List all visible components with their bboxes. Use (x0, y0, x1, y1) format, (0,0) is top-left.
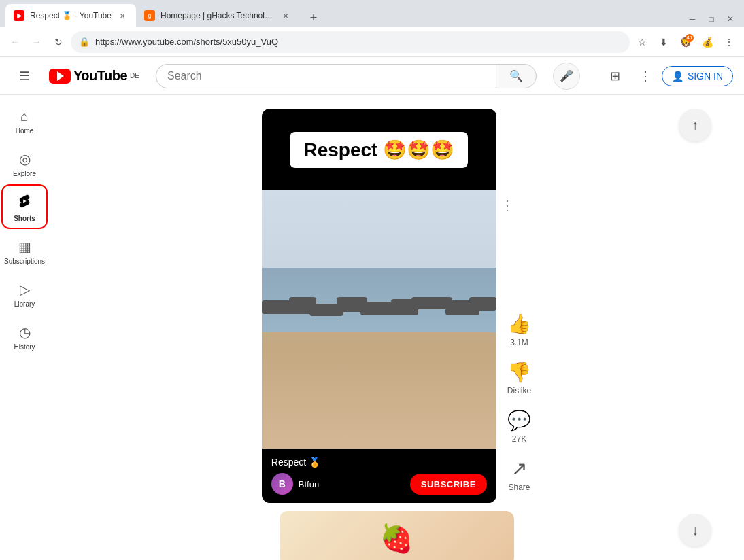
tab-youtube[interactable]: ▶ Respect 🏅 - YouTube ✕ (5, 4, 136, 27)
tab-favicon-ghacks: g (144, 10, 155, 21)
apps-button[interactable]: ⊞ (602, 63, 629, 90)
short-title-text: Respect 🤩🤩🤩 (303, 139, 454, 160)
tab-favicon-youtube: ▶ (14, 10, 24, 21)
youtube-logo-text: YouTube (73, 68, 127, 84)
short-video-wrapper: Respect 🤩🤩🤩 (262, 109, 531, 503)
library-icon: ▷ (20, 281, 30, 298)
share-action[interactable]: ↗ Share (508, 457, 530, 492)
mic-button[interactable]: 🎤 (553, 63, 580, 90)
minimize-button[interactable]: ─ (684, 11, 700, 27)
youtube-logo[interactable]: YouTube DE (49, 68, 139, 84)
tab-title-youtube: Respect 🏅 - YouTube (30, 11, 112, 20)
sidebar-item-home[interactable]: ⌂ Home (3, 101, 46, 140)
browser-actions: ☆ ⬇ 🦁 41 💰 ⋮ (632, 33, 739, 52)
scroll-up-button[interactable]: ↑ (679, 109, 711, 141)
avatar-initial: B (279, 478, 286, 489)
search-button[interactable]: 🔍 (496, 64, 537, 88)
dislike-action[interactable]: 👎 Dislike (507, 361, 531, 396)
youtube-logo-country: DE (130, 72, 139, 80)
sidebar-label-history: History (14, 343, 35, 351)
like-icon: 👍 (507, 313, 531, 335)
download-button[interactable]: ⬇ (654, 33, 673, 52)
comments-icon: 💬 (507, 409, 531, 432)
youtube-logo-icon (49, 69, 71, 84)
new-tab-button[interactable]: + (302, 8, 325, 27)
sidebar-item-explore[interactable]: ◎ Explore (3, 143, 46, 183)
explore-icon: ◎ (19, 151, 31, 167)
next-short-preview[interactable]: 🍓 (280, 511, 514, 560)
channel-name: Btfun (299, 479, 319, 489)
youtube-body: ⌂ Home ◎ Explore Shorts ▦ Subscriptions … (0, 95, 744, 560)
short-beach (262, 190, 496, 449)
short-actions: 👍 3.1M 👎 Dislike 💬 27K ↗ (507, 109, 531, 492)
menu-button[interactable]: ⋮ (720, 33, 739, 52)
close-button[interactable]: ✕ (722, 11, 739, 27)
tab-ghacks[interactable]: g Homepage | gHacks Technology News ✕ (136, 4, 299, 27)
scroll-down-button[interactable]: ↓ (679, 514, 711, 546)
sidebar-item-subscriptions[interactable]: ▦ Subscriptions (3, 230, 46, 270)
tab-close-ghacks[interactable]: ✕ (280, 10, 291, 21)
sign-in-button[interactable]: 👤 SIGN IN (662, 66, 733, 86)
dislike-icon: 👎 (507, 361, 531, 383)
sidebar-label-shorts: Shorts (14, 215, 35, 222)
short-bottom-overlay: Respect 🏅 B Btfun SUBSCRIBE (262, 449, 496, 503)
sidebar-label-subscriptions: Subscriptions (4, 258, 45, 265)
forward-button[interactable]: → (27, 33, 46, 52)
like-count: 3.1M (510, 338, 528, 347)
history-icon: ◷ (19, 324, 31, 340)
bookmark-button[interactable]: ☆ (632, 33, 652, 52)
short-black-top: Respect 🤩🤩🤩 (262, 109, 496, 190)
short-channel-row: B Btfun SUBSCRIBE (271, 473, 487, 495)
short-video[interactable]: Respect 🤩🤩🤩 (262, 109, 496, 503)
sidebar-item-history[interactable]: ◷ History (3, 316, 46, 356)
address-url: https://www.youtube.com/shorts/5xu50yu_V… (95, 37, 622, 47)
sign-in-label: SIGN IN (688, 71, 723, 82)
browser-chrome: ▶ Respect 🏅 - YouTube ✕ g Homepage | gHa… (0, 0, 744, 57)
short-description: Respect 🏅 (271, 457, 487, 468)
youtube-play-icon (57, 71, 64, 81)
short-rocks (262, 294, 496, 345)
back-button[interactable]: ← (5, 33, 24, 52)
search-input[interactable] (156, 64, 496, 88)
wallet-button[interactable]: 💰 (698, 33, 717, 52)
shorts-container: Respect 🤩🤩🤩 (262, 109, 531, 560)
sidebar-label-library: Library (14, 300, 35, 308)
user-icon: 👤 (672, 71, 683, 82)
like-action[interactable]: 👍 3.1M (507, 313, 531, 347)
sidebar-item-library[interactable]: ▷ Library (3, 273, 46, 313)
subscribe-button[interactable]: SUBSCRIBE (410, 474, 487, 495)
short-sand (262, 345, 496, 449)
sidebar-item-shorts[interactable]: Shorts (3, 186, 46, 228)
youtube-app: ☰ YouTube DE 🔍 🎤 ⊞ ⋮ 👤 SIGN IN ⌂ (0, 57, 744, 560)
refresh-button[interactable]: ↻ (49, 33, 68, 52)
share-icon: ↗ (511, 457, 527, 480)
video-more-options[interactable]: ⋮ (499, 197, 515, 213)
share-label: Share (508, 483, 530, 492)
brave-shield-button[interactable]: 🦁 41 (676, 33, 695, 52)
subscriptions-icon: ▦ (18, 239, 31, 255)
tab-bar: ▶ Respect 🏅 - YouTube ✕ g Homepage | gHa… (0, 0, 744, 27)
tab-close-youtube[interactable]: ✕ (117, 10, 128, 21)
next-preview-content: 🍓 (379, 523, 413, 555)
short-video-card: Respect 🤩🤩🤩 (262, 109, 496, 503)
sidebar-label-explore: Explore (13, 170, 36, 177)
maximize-button[interactable]: □ (703, 11, 720, 27)
channel-avatar[interactable]: B (271, 473, 293, 495)
menu-button[interactable]: ☰ (11, 63, 38, 90)
tab-title-ghacks: Homepage | gHacks Technology News (160, 11, 275, 20)
short-video-content (262, 190, 496, 449)
youtube-sidebar: ⌂ Home ◎ Explore Shorts ▦ Subscriptions … (0, 95, 49, 560)
short-title-overlay: Respect 🤩🤩🤩 (290, 132, 468, 168)
comments-action[interactable]: 💬 27K (507, 409, 531, 444)
lock-icon: 🔒 (79, 37, 90, 47)
youtube-header: ☰ YouTube DE 🔍 🎤 ⊞ ⋮ 👤 SIGN IN (0, 57, 744, 95)
home-icon: ⌂ (20, 109, 29, 124)
search-bar: 🔍 (156, 64, 537, 88)
nav-bar: ← → ↻ 🔒 https://www.youtube.com/shorts/5… (0, 27, 744, 57)
more-options-button[interactable]: ⋮ (632, 63, 659, 90)
channel-info: B Btfun (271, 473, 319, 495)
address-bar[interactable]: 🔒 https://www.youtube.com/shorts/5xu50yu… (71, 31, 630, 53)
youtube-main: ↑ ↓ Respect 🤩🤩🤩 (49, 95, 744, 560)
comments-count: 27K (512, 434, 526, 444)
dislike-label: Dislike (507, 386, 531, 396)
